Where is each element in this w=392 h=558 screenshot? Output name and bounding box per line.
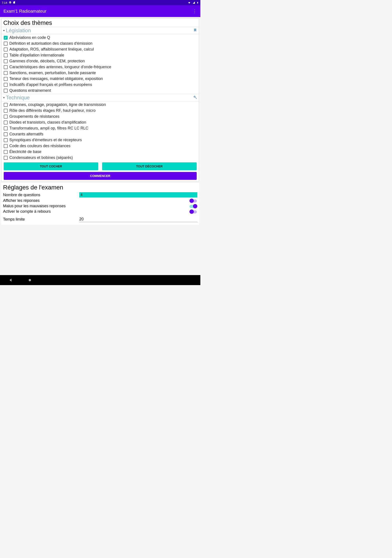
content: Choix des thèmes ▾ Législation Abréviati… [0, 17, 200, 275]
checkbox[interactable] [4, 103, 8, 107]
checkbox[interactable] [4, 48, 8, 52]
check-all-button[interactable]: TOUT COCHER [4, 162, 98, 170]
list-item[interactable]: Antennes, couplage, propagation, ligne d… [1, 102, 199, 108]
setting-label: Malus pour les mauvaises reponses [3, 204, 79, 208]
checkbox[interactable] [4, 115, 8, 119]
list-item[interactable]: Adaptation, ROS, affaiblissement linéiqu… [1, 46, 199, 52]
list-item[interactable]: Transformateurs, ampli op, filtres RC LC… [1, 125, 199, 131]
section-items-technique: Antennes, couplage, propagation, ligne d… [1, 101, 199, 161]
list-item[interactable]: Rôle des différents étages RF, haut-parl… [1, 108, 199, 113]
checkbox[interactable] [4, 150, 8, 154]
setting-time-limit: Temps limite [2, 216, 198, 223]
list-item-label: Code des couleurs des résistances [9, 144, 70, 148]
list-item-label: Antennes, couplage, propagation, ligne d… [9, 103, 106, 107]
checkbox[interactable] [4, 83, 8, 87]
list-item-label: Teneur des messages, matériel obligatoir… [9, 77, 103, 81]
setting-show-answers: Afficher les réponses [2, 198, 198, 203]
checkbox[interactable] [4, 71, 8, 75]
svg-point-0 [29, 279, 31, 281]
checkbox[interactable] [4, 53, 8, 57]
signal-icon [192, 1, 195, 4]
malus-toggle[interactable] [189, 204, 197, 208]
list-item-label: Définition et autorisation des classes d… [9, 41, 93, 46]
section-title: Technique [6, 95, 191, 101]
list-item[interactable]: Gammes d'onde, décibels, CEM, protection [1, 58, 199, 64]
list-item-label: Rôle des différents étages RF, haut-parl… [9, 108, 96, 113]
list-item[interactable]: Table d'épellation internationale [1, 52, 199, 58]
list-item-label: Synoptiques d'émetteurs et de récepteurs [9, 138, 82, 142]
checkbox[interactable] [4, 156, 8, 160]
checkbox[interactable] [4, 36, 8, 40]
section-header-technique[interactable]: ▾ Technique [1, 94, 199, 101]
time-limit-input[interactable] [79, 217, 197, 222]
list-item-label: Table d'épellation internationale [9, 53, 64, 58]
checkbox[interactable] [4, 109, 8, 113]
list-item-label: Questions entrainement [9, 88, 51, 93]
list-item-label: Gammes d'onde, décibels, CEM, protection [9, 59, 85, 63]
start-button[interactable]: COMMENCER [4, 172, 197, 180]
list-item-label: Courants alternatifs [9, 132, 43, 136]
android-nav-bar [0, 275, 200, 285]
wifi-icon [187, 1, 191, 4]
countdown-toggle[interactable] [189, 209, 197, 214]
list-item-label: Groupements de résistances [9, 114, 60, 119]
checkbox[interactable] [4, 89, 8, 93]
checkbox[interactable] [4, 132, 8, 136]
checkbox[interactable] [4, 77, 8, 81]
home-icon[interactable] [28, 278, 32, 282]
uncheck-all-button[interactable]: TOUT DÉCOCHER [102, 162, 197, 170]
wrench-icon [193, 95, 197, 100]
themes-card: Choix des thèmes ▾ Législation Abréviati… [1, 18, 199, 182]
section-header-legislation[interactable]: ▾ Législation [1, 27, 199, 34]
caret-down-icon: ▾ [3, 29, 5, 32]
back-icon[interactable] [9, 278, 13, 282]
list-item[interactable]: Définition et autorisation des classes d… [1, 41, 199, 46]
list-item-label: Condensateurs et bobines (séparés) [9, 155, 73, 160]
list-item[interactable]: Électricité de base [1, 149, 199, 155]
list-item-label: Diodes et transistors, classes d'amplifi… [9, 120, 86, 125]
checkbox[interactable] [4, 126, 8, 130]
list-item-label: Électricité de base [9, 149, 41, 154]
list-item[interactable]: Code des couleurs des résistances [1, 143, 199, 149]
list-item[interactable]: Diodes et transistors, classes d'amplifi… [1, 119, 199, 125]
status-bar: 7:14 [0, 0, 200, 5]
list-item[interactable]: Groupements de résistances [1, 113, 199, 119]
setting-label: Activer le compte à rebours [3, 209, 79, 214]
question-count-input[interactable] [79, 192, 197, 198]
overflow-menu-icon[interactable]: ⋮ [193, 9, 197, 14]
setting-label: Nombre de questions [3, 193, 79, 197]
checkbox[interactable] [4, 65, 8, 69]
checkbox[interactable] [4, 144, 8, 148]
list-item-label: Sanctions, examen, perturbation, bande p… [9, 71, 96, 75]
section-items-legislation: Abréviations en code QDéfinition et auto… [1, 34, 199, 94]
checkbox[interactable] [4, 138, 8, 142]
list-item-label: Transformateurs, ampli op, filtres RC LC… [9, 126, 88, 131]
setting-countdown: Activer le compte à rebours [2, 209, 198, 214]
list-item[interactable]: Questions entrainement [1, 88, 199, 94]
checkbox[interactable] [4, 42, 8, 45]
list-item[interactable]: Caractéristiques des antennes, longueur … [1, 64, 199, 70]
caret-down-icon: ▾ [3, 96, 5, 99]
list-item-label: Caractéristiques des antennes, longueur … [9, 65, 111, 69]
list-item[interactable]: Abréviations en code Q [1, 35, 199, 41]
bookmark-icon [193, 28, 197, 33]
list-item[interactable]: Courants alternatifs [1, 131, 199, 137]
show-answers-toggle[interactable] [189, 199, 197, 203]
settings-title: Réglages de l'examen [2, 183, 198, 192]
checkbox[interactable] [4, 59, 8, 63]
sd-card-icon [13, 1, 16, 5]
list-item[interactable]: Teneur des messages, matériel obligatoir… [1, 76, 199, 82]
list-item[interactable]: Condensateurs et bobines (séparés) [1, 155, 199, 161]
app-bar: Exam'1 Radioamateur ⋮ [0, 5, 200, 17]
list-item[interactable]: Synoptiques d'émetteurs et de récepteurs [1, 137, 199, 143]
setting-label: Afficher les réponses [3, 198, 79, 203]
checkbox[interactable] [4, 121, 8, 124]
section-title: Législation [6, 27, 192, 34]
setting-question-count: Nombre de questions [2, 192, 198, 198]
battery-icon [197, 1, 199, 4]
gear-icon [9, 1, 12, 5]
list-item[interactable]: Sanctions, examen, perturbation, bande p… [1, 70, 199, 76]
settings-card: Réglages de l'examen Nombre de questions… [1, 183, 199, 225]
list-item-label: Abréviations en code Q [9, 35, 50, 40]
list-item[interactable]: Indicatifs d'appel français et préfixes … [1, 82, 199, 88]
